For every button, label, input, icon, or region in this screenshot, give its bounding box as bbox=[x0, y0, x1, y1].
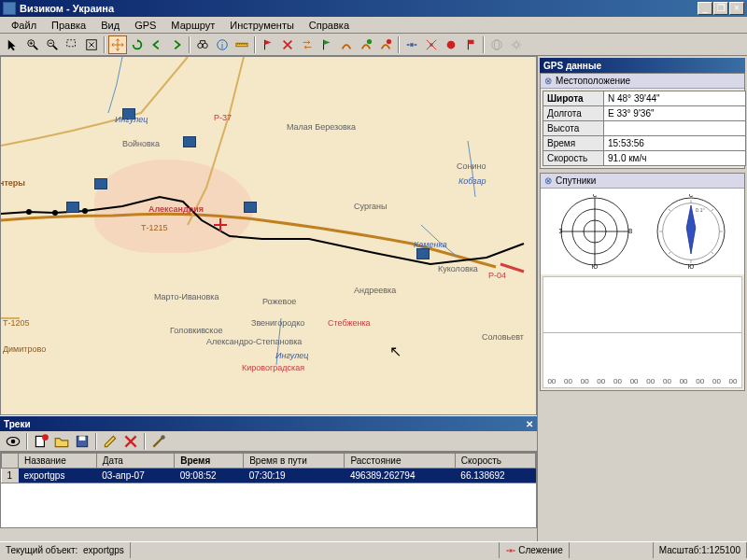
svg-line-45 bbox=[669, 209, 670, 211]
pointer-icon[interactable] bbox=[4, 35, 22, 54]
svg-point-22 bbox=[82, 208, 88, 214]
axis-tick: 00 bbox=[712, 377, 721, 385]
col-idx[interactable] bbox=[2, 454, 19, 469]
refresh-icon[interactable] bbox=[128, 35, 147, 54]
pan-icon[interactable] bbox=[108, 35, 127, 54]
route-add-icon[interactable] bbox=[357, 35, 375, 54]
menu-edit[interactable]: Правка bbox=[44, 20, 93, 31]
status-empty bbox=[570, 542, 654, 558]
lat-value: N 48° 39'44" bbox=[604, 91, 746, 106]
menu-tools[interactable]: Инструменты bbox=[222, 20, 302, 31]
col-distance[interactable]: Расстояние bbox=[345, 454, 455, 469]
menu-file[interactable]: Файл bbox=[4, 20, 44, 31]
collapse-icon[interactable]: ⊗ bbox=[544, 76, 552, 86]
collapse-icon[interactable]: ⊗ bbox=[544, 175, 552, 186]
map-poi-icon[interactable] bbox=[66, 202, 79, 213]
satellites-header[interactable]: ⊗ Спутники bbox=[541, 174, 744, 189]
route-icon[interactable] bbox=[337, 35, 356, 54]
axis-tick: 00 bbox=[564, 377, 572, 385]
close-button[interactable]: × bbox=[729, 2, 744, 15]
svg-point-15 bbox=[447, 40, 456, 49]
track-open-icon[interactable] bbox=[52, 432, 71, 451]
svg-rect-12 bbox=[407, 44, 410, 46]
col-speed[interactable]: Скорость bbox=[455, 454, 535, 469]
map-roads bbox=[1, 57, 536, 414]
track-delete-icon[interactable] bbox=[121, 432, 140, 451]
menu-help[interactable]: Справка bbox=[302, 20, 357, 31]
back-icon[interactable] bbox=[148, 35, 166, 54]
route-del-icon[interactable] bbox=[376, 35, 395, 54]
record-icon[interactable] bbox=[442, 35, 460, 54]
status-spacer bbox=[131, 542, 500, 558]
status-tracking[interactable]: Слежение bbox=[500, 542, 570, 558]
map-poi-icon[interactable] bbox=[244, 202, 257, 213]
svg-point-26 bbox=[42, 434, 49, 441]
map-label: Войновка bbox=[122, 139, 160, 148]
satellites-signal-chart: 00 00 00 00 00 00 00 00 00 00 00 00 bbox=[543, 276, 742, 388]
zoom-select-icon[interactable] bbox=[63, 35, 81, 54]
svg-point-19 bbox=[514, 42, 518, 47]
tracks-table: Название Дата Время Время в пути Расстоя… bbox=[0, 452, 537, 483]
svg-rect-52 bbox=[509, 549, 512, 552]
svg-text:0.1°: 0.1° bbox=[695, 207, 704, 213]
toolbar-separator bbox=[189, 36, 190, 53]
svg-rect-13 bbox=[415, 44, 417, 46]
satellite-x-icon[interactable] bbox=[422, 35, 441, 54]
svg-text:Ю: Ю bbox=[591, 263, 598, 269]
col-time[interactable]: Время bbox=[175, 454, 244, 469]
scale-value: 1:125100 bbox=[701, 545, 740, 555]
forward-icon[interactable] bbox=[167, 35, 186, 54]
map-poi-icon[interactable] bbox=[94, 178, 107, 189]
track-save-icon[interactable] bbox=[73, 432, 92, 451]
lon-label: Долгота bbox=[543, 106, 604, 121]
track-edit-icon[interactable] bbox=[101, 432, 120, 451]
ruler-icon[interactable] bbox=[233, 35, 251, 54]
map-poi-icon[interactable] bbox=[183, 136, 196, 147]
menu-gps[interactable]: GPS bbox=[127, 20, 163, 31]
info-icon[interactable]: i bbox=[213, 35, 232, 54]
flag-small-icon[interactable] bbox=[461, 35, 480, 54]
svg-rect-2 bbox=[67, 39, 76, 46]
map-viewport[interactable]: ↖ нтеры Александрия Войновка Малая Берез… bbox=[0, 56, 537, 415]
binoculars-icon[interactable] bbox=[193, 35, 212, 54]
flag-red-icon[interactable] bbox=[259, 35, 277, 54]
settings-icon[interactable] bbox=[149, 432, 168, 451]
location-title: Местоположение bbox=[556, 76, 630, 86]
eye-icon[interactable] bbox=[4, 432, 22, 451]
location-header[interactable]: ⊗ Местоположение bbox=[541, 74, 744, 89]
status-label: Текущий объект: bbox=[6, 545, 78, 555]
menu-view[interactable]: Вид bbox=[93, 20, 127, 31]
lat-label: Широта bbox=[543, 91, 604, 106]
maximize-button[interactable]: ❐ bbox=[713, 2, 728, 15]
gps-sidebar: GPS данные ⊗ Местоположение ШиротаN 48° … bbox=[537, 56, 747, 541]
globe-icon[interactable] bbox=[487, 35, 506, 54]
gear-icon[interactable] bbox=[507, 35, 526, 54]
col-name[interactable]: Название bbox=[19, 454, 97, 469]
map-poi-icon[interactable] bbox=[416, 248, 430, 259]
map-label: Р-04 bbox=[488, 271, 506, 280]
col-date[interactable]: Дата bbox=[96, 454, 174, 469]
col-duration[interactable]: Время в пути bbox=[244, 454, 345, 469]
table-row[interactable]: 1 exportgps 03-апр-07 09:08:52 07:30:19 … bbox=[2, 469, 536, 483]
zoom-in-icon[interactable] bbox=[23, 35, 42, 54]
svg-rect-11 bbox=[410, 43, 414, 47]
zoom-fit-icon[interactable] bbox=[82, 35, 101, 54]
status-current-object: Текущий объект: exportgps bbox=[0, 542, 131, 558]
flag-green-icon[interactable] bbox=[317, 35, 336, 54]
tracks-close-icon[interactable]: ✕ bbox=[526, 419, 533, 429]
axis-tick: 00 bbox=[680, 377, 688, 385]
svg-point-18 bbox=[494, 39, 499, 49]
swap-icon[interactable] bbox=[298, 35, 317, 54]
svg-rect-54 bbox=[513, 550, 514, 552]
tracking-icon bbox=[505, 545, 516, 556]
cross-icon[interactable] bbox=[278, 35, 297, 54]
zoom-out-icon[interactable] bbox=[43, 35, 62, 54]
cursor-icon: ↖ bbox=[389, 343, 402, 360]
compass-gauge: С Ю 0.1° bbox=[654, 194, 728, 269]
track-new-icon[interactable] bbox=[32, 432, 50, 451]
minimize-button[interactable]: _ bbox=[698, 2, 712, 15]
satellite-icon[interactable] bbox=[402, 35, 421, 54]
cell-duration: 07:30:19 bbox=[244, 469, 345, 483]
menu-route[interactable]: Маршрут bbox=[163, 20, 222, 31]
map-label: Сурганы bbox=[354, 202, 387, 211]
